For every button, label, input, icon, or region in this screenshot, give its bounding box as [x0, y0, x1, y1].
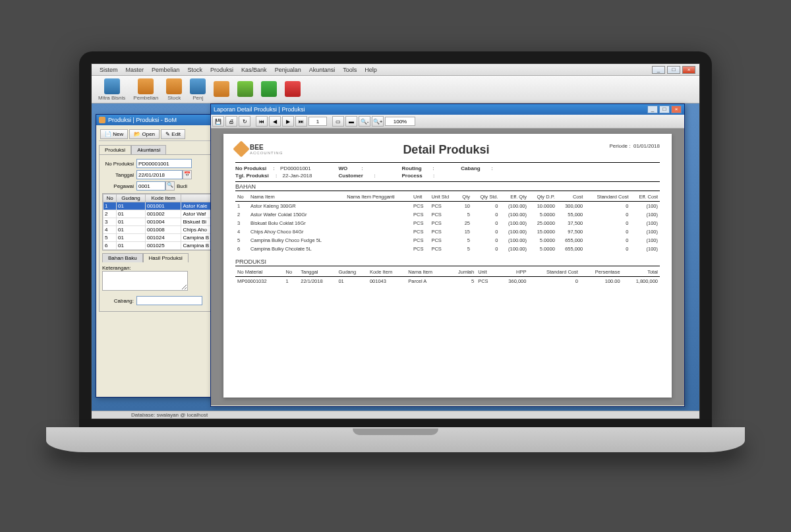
- report-toolbar: 💾 🖨 ↻ ⏮ ◀ ▶ ⏭ ▭ ▬ 🔍- 🔍+: [211, 115, 684, 129]
- toolbar-pembelian[interactable]: Pembelian: [129, 77, 162, 102]
- edit-button[interactable]: ✎ Edit: [161, 129, 185, 139]
- toolbar-penjualan[interactable]: Penj: [186, 77, 210, 102]
- table-row[interactable]: 401001008Chips Aho: [103, 226, 220, 234]
- table-row[interactable]: 101001001Astor Kale: [103, 202, 220, 210]
- cabang-select[interactable]: [136, 296, 202, 305]
- bom-body: 📄 New 📂 Open ✎ Edit Produksi Akuntansi N…: [96, 125, 227, 314]
- produksi-table: No MaterialNoTanggal GudangKode ItemNama…: [235, 268, 660, 285]
- tab-bahan-baku[interactable]: Bahan Baku: [102, 253, 143, 262]
- table-row: 6Campina Bulky Chcolate 5LPCSPCS50(100.0…: [235, 245, 660, 253]
- close-icon[interactable]: ×: [671, 105, 682, 113]
- section-produksi: PRODUKSI: [235, 258, 660, 266]
- menu-tools[interactable]: Tools: [339, 67, 361, 73]
- next-page-icon[interactable]: ▶: [282, 116, 294, 127]
- bahan-grid[interactable]: NoGudangKode Item 101001001Astor Kale 20…: [102, 193, 221, 251]
- tab-hasil-produksi[interactable]: Hasil Produksi: [143, 253, 189, 262]
- toolbar-refresh[interactable]: [257, 80, 281, 99]
- maximize-icon[interactable]: □: [659, 105, 670, 113]
- mdi-maximize-icon[interactable]: □: [667, 66, 680, 74]
- main-toolbar: Mitra Bisnis Pembelian Stock Penj: [92, 76, 699, 103]
- new-button[interactable]: 📄 New: [100, 129, 128, 139]
- no-produksi-input[interactable]: [136, 159, 192, 168]
- laptop-base: [46, 427, 745, 452]
- menu-help[interactable]: Help: [361, 67, 381, 73]
- report-window: Laporan Detail Produksi | Produksi _ □ ×…: [210, 103, 685, 407]
- report-window-controls: _ □ ×: [647, 105, 682, 113]
- report-viewport[interactable]: BEEACCOUNTING Detail Produksi Periode : …: [211, 129, 684, 405]
- toolbar-stock[interactable]: Stock: [162, 77, 186, 102]
- label-keterangan: Keterangan:: [102, 265, 221, 271]
- bag-icon: [190, 78, 206, 94]
- people-icon: [104, 78, 120, 94]
- section-bahan: BAHAN: [235, 183, 660, 191]
- chart-icon: [237, 81, 253, 97]
- toolbar-kas[interactable]: [210, 80, 233, 99]
- tanggal-input[interactable]: [136, 170, 183, 179]
- toolbar-mitra-bisnis[interactable]: Mitra Bisnis: [94, 77, 129, 102]
- mdi-minimize-icon[interactable]: _: [652, 66, 665, 74]
- bee-logo-icon: [233, 140, 249, 157]
- pegawai-input[interactable]: [136, 181, 165, 191]
- search-icon[interactable]: 🔍: [165, 181, 175, 191]
- periode: Periode : 01/01/2018: [609, 143, 660, 149]
- first-page-icon[interactable]: ⏮: [256, 116, 268, 127]
- logo: BEEACCOUNTING: [235, 143, 283, 155]
- fit-width-icon[interactable]: ▬: [345, 116, 357, 127]
- statusbar: Database: swalayan @ localhost: [92, 411, 699, 419]
- fit-page-icon[interactable]: ▭: [332, 116, 344, 127]
- page-input[interactable]: [308, 117, 327, 126]
- table-row[interactable]: 601001025Campina B: [103, 242, 220, 250]
- bom-titlebar[interactable]: Produksi | Produksi - BoM: [96, 115, 227, 125]
- refresh-icon[interactable]: ↻: [239, 116, 250, 127]
- menu-master[interactable]: Master: [122, 67, 148, 73]
- laptop-frame: Sistem Master Pembelian Stock Produksi K…: [79, 51, 712, 473]
- menu-akuntansi[interactable]: Akuntansi: [305, 67, 339, 73]
- keterangan-section: Keterangan:: [102, 265, 221, 292]
- report-titlebar[interactable]: Laporan Detail Produksi | Produksi _ □ ×: [211, 104, 684, 115]
- screen: Sistem Master Pembelian Stock Produksi K…: [91, 63, 700, 419]
- power-icon: [285, 81, 301, 97]
- tab-produksi[interactable]: Produksi: [99, 145, 131, 154]
- menu-pembelian[interactable]: Pembelian: [148, 67, 184, 73]
- menu-kasbank[interactable]: Kas/Bank: [237, 67, 271, 73]
- print-icon[interactable]: 🖨: [225, 116, 237, 127]
- bom-form: No Produksi Tanggal📅 Pegawai🔍Budi NoGuda…: [99, 154, 224, 312]
- menu-produksi[interactable]: Produksi: [206, 67, 237, 73]
- zoom-out-icon[interactable]: 🔍-: [359, 116, 370, 127]
- bom-title-text: Produksi | Produksi - BoM: [108, 117, 224, 123]
- table-row: MP00001032122/1/201801001043Parcel A5PCS…: [235, 277, 660, 286]
- table-row[interactable]: 501001024Campina B: [103, 234, 220, 242]
- zoom-in-icon[interactable]: 🔍+: [372, 116, 384, 127]
- last-page-icon[interactable]: ⏭: [295, 116, 307, 127]
- menu-stock[interactable]: Stock: [184, 67, 207, 73]
- zoom-select[interactable]: [385, 117, 415, 126]
- minimize-icon[interactable]: _: [647, 105, 658, 113]
- keterangan-input[interactable]: [102, 271, 188, 291]
- bom-tabs: Produksi Akuntansi: [99, 145, 224, 154]
- calendar-icon[interactable]: 📅: [183, 170, 192, 179]
- bom-toolbar: 📄 New 📂 Open ✎ Edit: [99, 128, 224, 141]
- menu-penjualan[interactable]: Penjualan: [271, 67, 305, 73]
- bom-window: Produksi | Produksi - BoM 📄 New 📂 Open ✎…: [96, 114, 227, 398]
- toolbar-chart[interactable]: [233, 80, 257, 99]
- label-pegawai: Pegawai: [102, 183, 136, 189]
- report-title-text: Laporan Detail Produksi | Produksi: [214, 106, 647, 113]
- label-cabang: Cabang:: [102, 298, 136, 304]
- tab-akuntansi[interactable]: Akuntansi: [131, 145, 166, 154]
- mdi-close-icon[interactable]: ×: [682, 66, 695, 74]
- table-row[interactable]: 301001004Biskuat Bi: [103, 218, 220, 226]
- table-row: 1Astor Kaleng 300GRPCSPCS100(100.00)10.0…: [235, 202, 660, 211]
- table-row: 4Chips Ahoy Choco 84GrPCSPCS150(100.00)1…: [235, 227, 660, 236]
- bee-icon: [99, 117, 105, 123]
- open-button[interactable]: 📂 Open: [129, 129, 160, 139]
- report-page: BEEACCOUNTING Detail Produksi Periode : …: [223, 134, 672, 398]
- bahan-table: NoNama ItemNama Item Pengganti UnitUnit …: [235, 192, 660, 253]
- toolbar-power[interactable]: [281, 80, 305, 99]
- menu-sistem[interactable]: Sistem: [96, 67, 122, 73]
- report-heading: Detail Produksi: [403, 143, 489, 157]
- money-icon: [214, 81, 229, 97]
- table-row[interactable]: 201001002Astor Waf: [103, 210, 220, 218]
- bottom-tabs: Bahan Baku Hasil Produksi: [102, 253, 221, 262]
- save-icon[interactable]: 💾: [212, 116, 224, 127]
- prev-page-icon[interactable]: ◀: [269, 116, 281, 127]
